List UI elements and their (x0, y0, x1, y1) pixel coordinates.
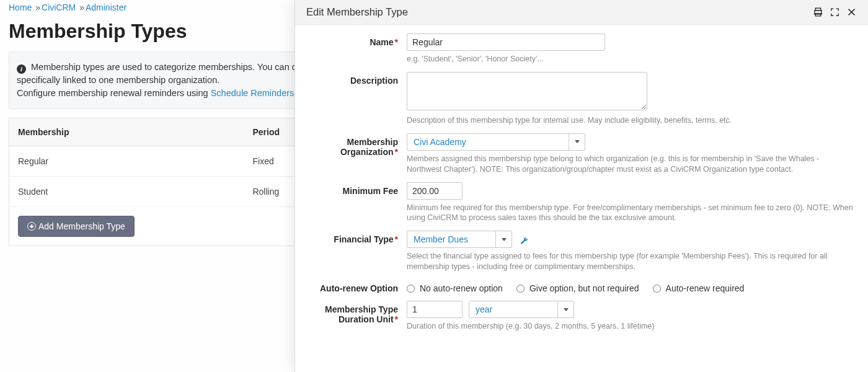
duration-hint: Duration of this membership (e.g. 30 day… (407, 321, 856, 332)
col-membership: Membership (9, 118, 244, 146)
name-label: Name (370, 37, 393, 47)
breadcrumb-administer[interactable]: Administer (86, 2, 126, 12)
financial-type-select[interactable]: Member Dues (407, 231, 512, 248)
autorenew-option-required[interactable]: Auto-renew required (653, 283, 745, 293)
cell-membership: Regular (9, 146, 244, 177)
autorenew-option-optional[interactable]: Give option, but not required (516, 283, 639, 293)
name-hint: e.g. 'Student', 'Senior', 'Honor Society… (407, 54, 856, 64)
minimum-fee-input[interactable] (407, 182, 463, 200)
duration-label: Membership Type Duration Unit (325, 304, 398, 324)
fintype-value: Member Dues (407, 231, 495, 247)
duration-unit-select[interactable]: year (469, 301, 574, 318)
autorenew-label: Auto-renew Option (320, 283, 398, 293)
org-hint: Members assigned this membership type be… (407, 154, 856, 175)
radio-label: Give option, but not required (529, 283, 639, 293)
cell-membership: Student (9, 177, 244, 207)
breadcrumb-home[interactable]: Home (9, 2, 32, 12)
name-input[interactable] (407, 33, 605, 51)
wrench-icon[interactable] (520, 236, 528, 245)
info-icon: i (17, 64, 26, 74)
minfee-hint: Minimum fee required for this membership… (407, 203, 856, 224)
chevron-down-icon (557, 301, 574, 317)
autorenew-option-none[interactable]: No auto-renew option (407, 283, 503, 293)
radio-give-option[interactable] (516, 285, 525, 293)
radio-no-autorenew[interactable] (407, 285, 415, 293)
print-icon[interactable] (813, 7, 823, 17)
modal-title: Edit Membership Type (306, 6, 408, 18)
description-hint: Description of this membership type for … (407, 115, 856, 126)
chevron-down-icon (495, 231, 512, 247)
radio-label: No auto-renew option (420, 283, 503, 293)
org-label: Membership Organization (340, 137, 398, 157)
duration-qty-input[interactable] (407, 301, 463, 318)
fintype-hint: Select the financial type assigned to fe… (407, 251, 856, 272)
modal-body: Name* e.g. 'Student', 'Senior', 'Honor S… (295, 25, 868, 371)
fullscreen-icon[interactable] (830, 7, 840, 17)
schedule-reminders-link[interactable]: Schedule Reminders (211, 88, 294, 98)
add-membership-type-button[interactable]: Add Membership Type (18, 216, 135, 237)
close-icon[interactable] (846, 7, 857, 17)
duration-unit-value: year (469, 301, 557, 317)
chevron-down-icon (569, 134, 585, 150)
radio-required[interactable] (653, 285, 661, 293)
radio-label: Auto-renew required (666, 283, 745, 293)
description-label: Description (350, 76, 398, 86)
modal-header: Edit Membership Type (295, 0, 868, 25)
add-button-label: Add Membership Type (38, 221, 125, 231)
edit-membership-type-modal: Edit Membership Type Name* e.g. 'Student… (294, 0, 868, 372)
membership-organization-select[interactable]: Civi Academy (407, 133, 585, 151)
plus-icon (27, 222, 36, 231)
breadcrumb-civicrm[interactable]: CiviCRM (42, 2, 76, 12)
minfee-label: Minimum Fee (343, 186, 398, 196)
intro-reminders-prefix: Configure membership renewal reminders u… (17, 88, 208, 98)
description-textarea[interactable] (407, 72, 647, 110)
org-value: Civi Academy (407, 134, 569, 150)
breadcrumb-separator: » (79, 2, 84, 12)
breadcrumb-separator: » (35, 2, 40, 12)
fintype-label: Financial Type (334, 234, 393, 244)
